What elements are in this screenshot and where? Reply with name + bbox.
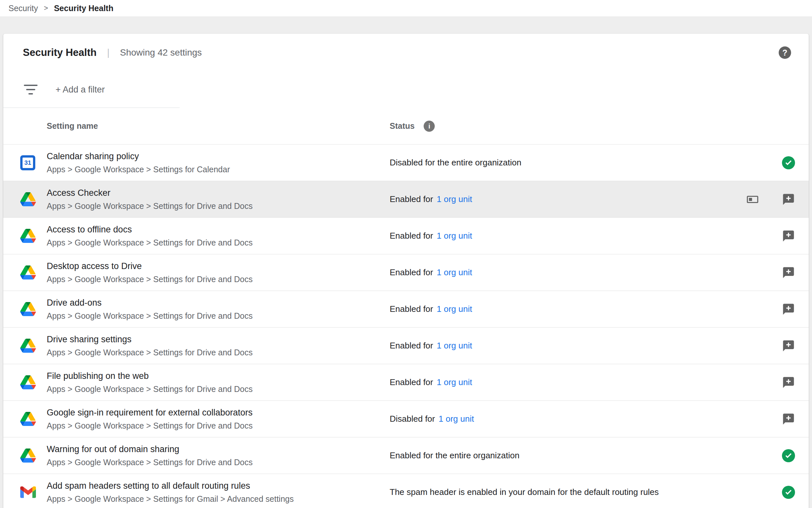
setting-path: Apps > Google Workspace > Settings for C… xyxy=(47,165,390,174)
app-icon-cell: 31 xyxy=(3,155,47,170)
table-row[interactable]: 31 Calendar sharing policy Apps > Google… xyxy=(3,144,809,181)
status-cell: Enabled for 1 org unit xyxy=(390,231,737,241)
org-unit-link[interactable]: 1 org unit xyxy=(437,341,472,351)
setting-cell: Add spam headers setting to all default … xyxy=(47,481,390,504)
org-unit-link[interactable]: 1 org unit xyxy=(437,377,472,387)
help-icon[interactable]: ? xyxy=(779,46,791,59)
setting-name: Drive add-ons xyxy=(47,298,390,308)
row-badge-cell xyxy=(768,266,809,279)
status-text: Enabled for xyxy=(390,341,433,351)
page-title: Security Health xyxy=(23,47,97,58)
app-icon-cell xyxy=(3,192,47,206)
table-row[interactable]: Access to offline docs Apps > Google Wor… xyxy=(3,218,809,254)
setting-cell: Drive add-ons Apps > Google Workspace > … xyxy=(47,298,390,321)
status-cell: Enabled for the entire organization xyxy=(390,451,737,461)
info-icon[interactable]: i xyxy=(424,121,435,132)
row-badge-cell xyxy=(768,486,809,499)
add-filter-button[interactable]: + Add a filter xyxy=(55,85,105,95)
setting-name: File publishing on the web xyxy=(47,371,390,381)
row-badge-cell xyxy=(768,376,809,389)
calendar-icon: 31 xyxy=(20,155,35,170)
filter-list-icon[interactable] xyxy=(23,85,38,94)
table-row[interactable]: Add spam headers setting to all default … xyxy=(3,474,809,508)
drive-icon xyxy=(20,449,36,463)
card-icon[interactable] xyxy=(746,193,759,206)
recommendation-badge[interactable] xyxy=(782,339,795,352)
setting-path: Apps > Google Workspace > Settings for D… xyxy=(47,348,390,357)
column-status-wrap: Status i xyxy=(390,121,435,132)
org-unit-link[interactable]: 1 org unit xyxy=(437,304,472,314)
card-header: Security Health | Showing 42 settings ? xyxy=(3,34,809,72)
app-icon-cell xyxy=(3,449,47,463)
setting-name: Add spam headers setting to all default … xyxy=(47,481,390,491)
recommendation-badge[interactable] xyxy=(782,266,795,279)
app-icon-cell xyxy=(3,412,47,426)
status-cell: Enabled for 1 org unit xyxy=(390,304,737,314)
breadcrumb-current-page: Security Health xyxy=(54,4,113,13)
breadcrumb-security-link[interactable]: Security xyxy=(8,4,38,13)
breadcrumb-chevron-icon: > xyxy=(44,4,48,12)
table-row[interactable]: Google sign-in requirement for external … xyxy=(3,401,809,437)
table-row[interactable]: Drive add-ons Apps > Google Workspace > … xyxy=(3,291,809,328)
status-text: Enabled for xyxy=(390,377,433,387)
status-cell: Enabled for 1 org unit xyxy=(390,267,737,278)
row-badge-cell xyxy=(768,229,809,243)
row-badge-cell xyxy=(768,339,809,352)
table-row[interactable]: Access Checker Apps > Google Workspace >… xyxy=(3,181,809,218)
setting-path: Apps > Google Workspace > Settings for D… xyxy=(47,274,390,284)
recommendation-badge[interactable] xyxy=(782,193,795,206)
setting-path: Apps > Google Workspace > Settings for G… xyxy=(47,494,390,504)
setting-path: Apps > Google Workspace > Settings for D… xyxy=(47,458,390,467)
status-ok-badge[interactable] xyxy=(782,449,795,462)
breadcrumb: Security > Security Health xyxy=(0,0,812,16)
app-icon-cell xyxy=(3,302,47,316)
recommendation-badge[interactable] xyxy=(782,413,795,426)
setting-cell: Desktop access to Drive Apps > Google Wo… xyxy=(47,261,390,284)
title-divider: | xyxy=(107,47,110,58)
app-icon-cell xyxy=(3,265,47,280)
gmail-icon xyxy=(20,486,36,498)
settings-count: Showing 42 settings xyxy=(120,47,202,58)
setting-cell: Warning for out of domain sharing Apps >… xyxy=(47,444,390,467)
setting-path: Apps > Google Workspace > Settings for D… xyxy=(47,384,390,394)
setting-cell: Google sign-in requirement for external … xyxy=(47,408,390,430)
table-row[interactable]: File publishing on the web Apps > Google… xyxy=(3,364,809,401)
drive-icon xyxy=(20,229,36,243)
table-row[interactable]: Desktop access to Drive Apps > Google Wo… xyxy=(3,254,809,291)
app-icon-cell xyxy=(3,229,47,243)
status-cell: Enabled for 1 org unit xyxy=(390,194,737,204)
table-header: Setting name Status i xyxy=(3,108,809,144)
org-unit-link[interactable]: 1 org unit xyxy=(437,231,472,241)
status-text: Enabled for xyxy=(390,304,433,314)
setting-name: Calendar sharing policy xyxy=(47,151,390,162)
org-unit-link[interactable]: 1 org unit xyxy=(437,267,472,278)
status-text: The spam header is enabled in your domai… xyxy=(390,487,659,497)
drive-icon xyxy=(20,339,36,353)
status-cell: Enabled for 1 org unit xyxy=(390,377,737,387)
setting-path: Apps > Google Workspace > Settings for D… xyxy=(47,311,390,321)
row-badge-cell xyxy=(768,303,809,316)
org-unit-link[interactable]: 1 org unit xyxy=(439,414,474,424)
setting-name: Access to offline docs xyxy=(47,224,390,235)
setting-cell: Calendar sharing policy Apps > Google Wo… xyxy=(47,151,390,174)
recommendation-badge[interactable] xyxy=(782,229,795,243)
status-ok-badge[interactable] xyxy=(782,156,795,169)
status-text: Enabled for xyxy=(390,231,433,241)
app-icon-cell xyxy=(3,486,47,498)
status-cell: The spam header is enabled in your domai… xyxy=(390,487,737,497)
table-row[interactable]: Warning for out of domain sharing Apps >… xyxy=(3,437,809,474)
setting-name: Drive sharing settings xyxy=(47,334,390,345)
status-text: Enabled for xyxy=(390,194,433,204)
security-health-card: Security Health | Showing 42 settings ? … xyxy=(3,34,809,508)
recommendation-badge[interactable] xyxy=(782,376,795,389)
recommendation-badge[interactable] xyxy=(782,303,795,316)
app-icon-cell xyxy=(3,375,47,389)
drive-icon xyxy=(20,265,36,280)
status-text: Disabled for the entire organization xyxy=(390,158,521,168)
setting-name: Desktop access to Drive xyxy=(47,261,390,271)
status-cell: Enabled for 1 org unit xyxy=(390,341,737,351)
org-unit-link[interactable]: 1 org unit xyxy=(437,194,472,204)
status-ok-badge[interactable] xyxy=(782,486,795,499)
table-row[interactable]: Drive sharing settings Apps > Google Wor… xyxy=(3,328,809,364)
row-badge-cell xyxy=(768,413,809,426)
